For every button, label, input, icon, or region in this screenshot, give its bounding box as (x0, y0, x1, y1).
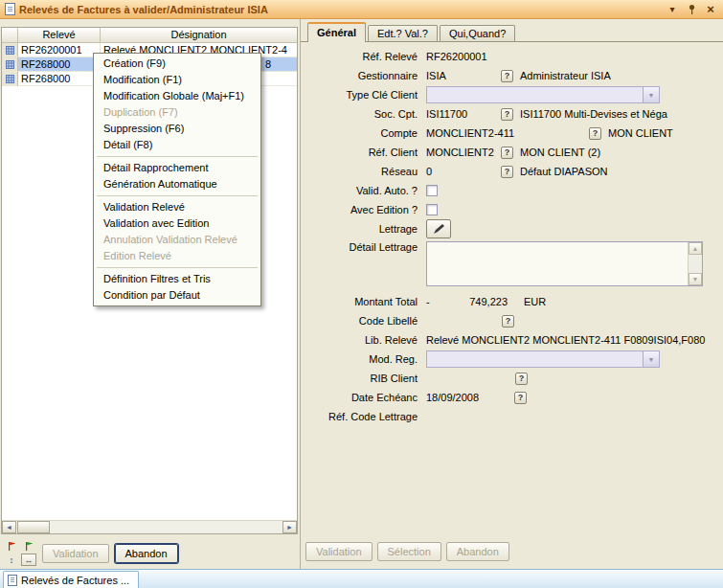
montant-total-label: Montant Total (305, 296, 418, 307)
detail-form: Réf. Relevé RF26200001 Gestionnaire ISIA… (301, 42, 723, 426)
pin-icon-glyph (688, 4, 696, 15)
ref-code-lettrage-label: Réf. Code Lettrage (305, 411, 418, 422)
menu-item-duplication: Duplication (F7) (95, 104, 260, 121)
scrollbar-thumb[interactable] (17, 521, 50, 533)
field-row-rib-client: RIB Client ? (301, 369, 723, 388)
avec-edition-checkbox[interactable] (426, 204, 438, 215)
close-icon[interactable]: × (703, 2, 718, 16)
compte-value: MONCLIENT2-411 (426, 127, 589, 139)
bottom-task-bar: Relevés de Factures ... (0, 569, 723, 588)
list-action-bar: ↕ ↔ Validation Abandon (4, 540, 178, 566)
menu-item-detail[interactable]: Détail (F8) (95, 137, 260, 153)
reseau-help-button[interactable]: ? (501, 166, 513, 178)
chevron-down-icon[interactable]: ▼ (643, 351, 659, 367)
scroll-down-icon[interactable]: ▼ (689, 273, 702, 285)
cell-releve[interactable]: RF268000 (18, 72, 101, 86)
expand-leftright-icon[interactable]: ↔ (21, 554, 36, 566)
context-menu: Création (F9) Modification (F1) Modifica… (93, 53, 261, 306)
rib-client-help-button[interactable]: ? (515, 373, 528, 385)
ref-releve-value: RF26200001 (426, 51, 487, 62)
menu-item-creation[interactable]: Création (F9) (95, 56, 260, 72)
field-row-code-libelle: Code Libellé ? (301, 311, 723, 330)
sort-updown-icon[interactable]: ↕ (4, 554, 19, 566)
detail-validation-button: Validation (305, 542, 373, 561)
field-row-montant-total: Montant Total - 749,223 EUR (301, 292, 723, 311)
column-header-releve[interactable]: Relevé (18, 28, 101, 43)
detail-selection-button: Sélection (377, 542, 441, 561)
menu-item-annulation-validation: Annulation Validation Relevé (95, 232, 260, 248)
chevron-down-icon[interactable]: ▼ (643, 87, 659, 102)
field-row-reseau: Réseau 0 ? Défaut DIAPASON (301, 162, 723, 181)
menu-separator (97, 195, 258, 196)
field-row-soc-cpt: Soc. Cpt. ISI11700 ? ISI11700 Multi-Devi… (301, 104, 723, 124)
menu-item-detail-rapprochement[interactable]: Détail Rapprochement (95, 160, 260, 176)
memo-vertical-scrollbar[interactable]: ▲ ▼ (688, 242, 702, 285)
red-flag-icon[interactable] (4, 540, 19, 553)
table-header-row: Relevé Désignation (2, 28, 297, 43)
scroll-right-icon[interactable]: ► (282, 521, 297, 533)
code-libelle-label: Code Libellé (305, 315, 418, 327)
montant-sign: - (426, 296, 439, 307)
date-echeance-label: Date Echéanc (305, 392, 418, 403)
pin-icon[interactable] (684, 2, 699, 16)
menu-separator (97, 267, 258, 268)
field-row-lib-releve: Lib. Relevé Relevé MONCLIENT2 MONCLIENT2… (301, 330, 723, 350)
cell-releve[interactable]: RF268000 (18, 57, 101, 72)
soc-cpt-help-button[interactable]: ? (501, 108, 513, 121)
field-row-ref-client: Réf. Client MONCLIENT2 ? MON CLIENT (2) (301, 143, 723, 162)
row-header-cell[interactable] (2, 57, 18, 72)
green-flag-icon[interactable] (21, 540, 36, 553)
chevron-down-icon[interactable]: ▾ (665, 2, 680, 16)
field-row-gestionnaire: Gestionnaire ISIA ? Administrateur ISIA (301, 66, 723, 85)
tab-general[interactable]: Général (307, 22, 366, 41)
panel-title: Relevés de Factures à valider/Administra… (19, 4, 661, 15)
menu-item-condition-par-defaut[interactable]: Condition par Défaut (95, 287, 260, 304)
field-row-compte: Compte MONCLIENT2-411 ? MON CLIENT (301, 124, 723, 143)
row-header-cell[interactable] (2, 43, 18, 57)
menu-item-generation-automatique[interactable]: Génération Automatique (95, 176, 260, 192)
ref-client-help-button[interactable]: ? (501, 147, 513, 159)
code-libelle-help-button[interactable]: ? (502, 315, 514, 328)
scroll-left-icon[interactable]: ◄ (2, 521, 16, 533)
rib-client-label: RIB Client (305, 373, 418, 384)
menu-item-suppression[interactable]: Suppression (F6) (95, 121, 260, 137)
montant-currency: EUR (524, 296, 546, 307)
type-cle-client-select[interactable]: ▼ (426, 86, 660, 103)
montant-value: 749,223 (439, 296, 508, 307)
panel-titlebar: Relevés de Factures à valider/Administra… (0, 0, 723, 19)
document-icon (5, 3, 15, 15)
date-echeance-help-button[interactable]: ? (514, 392, 527, 404)
menu-item-validation-releve[interactable]: Validation Relevé (95, 199, 260, 215)
tab-edt-val[interactable]: Edt.? Val.? (368, 25, 438, 41)
mod-reg-select[interactable]: ▼ (426, 351, 660, 368)
menu-item-validation-avec-edition[interactable]: Validation avec Edition (95, 215, 260, 232)
ref-client-label: Réf. Client (305, 147, 418, 158)
field-row-avec-edition: Avec Edition ? (301, 200, 723, 219)
mod-reg-label: Mod. Reg. (305, 353, 418, 365)
menu-item-modification-globale[interactable]: Modification Globale (Maj+F1) (95, 88, 260, 104)
compte-help-button[interactable]: ? (589, 127, 601, 140)
date-echeance-value: 18/09/2008 (426, 392, 514, 403)
green-flag-glyph (24, 541, 34, 552)
task-tab-releves[interactable]: Relevés de Factures ... (3, 571, 139, 588)
valid-auto-checkbox[interactable] (426, 185, 438, 196)
cell-releve[interactable]: RF26200001 (18, 43, 101, 57)
detail-lettrage-textarea[interactable]: ▲ ▼ (426, 241, 703, 286)
tab-qui-quand[interactable]: Qui,Quand? (440, 25, 515, 41)
valid-auto-label: Valid. Auto. ? (305, 185, 418, 196)
lib-releve-label: Lib. Relevé (305, 334, 418, 346)
gestionnaire-help-button[interactable]: ? (501, 70, 513, 82)
menu-item-definition-filtres[interactable]: Définition Filtres et Tris (95, 271, 260, 287)
row-grid-icon (6, 75, 14, 83)
field-row-mod-reg: Mod. Reg. ▼ (301, 350, 723, 369)
detail-action-bar: Validation Sélection Abandon (305, 542, 509, 561)
lettrage-button[interactable] (426, 219, 451, 238)
abandon-button[interactable]: Abandon (115, 544, 178, 563)
menu-item-modification[interactable]: Modification (F1) (95, 72, 260, 88)
field-row-lettrage: Lettrage (301, 219, 723, 238)
cell-designation-tail: 8 (265, 57, 271, 71)
horizontal-scrollbar[interactable]: ◄ ► (2, 520, 297, 533)
row-header-cell[interactable] (2, 72, 18, 86)
column-header-designation[interactable]: Désignation (101, 28, 297, 43)
scroll-up-icon[interactable]: ▲ (689, 242, 702, 255)
